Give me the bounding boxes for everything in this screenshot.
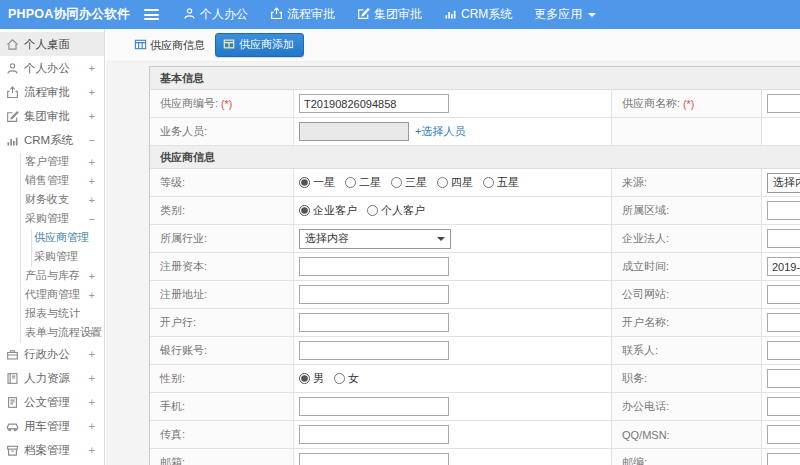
caret-down-icon (437, 237, 445, 241)
choose-staff-link[interactable]: +选择人员 (415, 124, 465, 139)
sidebar-item[interactable]: 行政办公+ (0, 342, 104, 366)
sidebar-item-label: 人力资源 (24, 371, 70, 386)
menu-label: CRM系统 (461, 6, 512, 23)
radio-option[interactable]: 一星 (299, 175, 335, 190)
sidebar-item[interactable]: 个人桌面 (0, 32, 104, 56)
sidebar-item[interactable]: 报表与统计 (0, 304, 104, 323)
form-row: 所属行业: 选择内容 企业法人: (150, 225, 800, 253)
staff-input[interactable] (299, 122, 409, 141)
sidebar-item[interactable]: 供应商管理 (0, 228, 104, 247)
menu-flow-approval[interactable]: 流程审批 (270, 6, 335, 23)
expand-icon: + (89, 420, 95, 432)
form-row: 性别: 男 女 职务: (150, 365, 800, 393)
field-label: 传真: (150, 421, 294, 448)
menu-crm-system[interactable]: CRM系统 (444, 6, 512, 23)
briefcase-icon (6, 348, 19, 361)
region-input[interactable] (767, 201, 800, 220)
top-menu: 个人办公 流程审批 集团审批 CRM系统 更多应用 (183, 6, 618, 23)
sidebar-item-label: 采购管理 (34, 249, 78, 264)
bank-input[interactable] (299, 313, 449, 332)
field-label: 所属行业: (150, 225, 294, 252)
form-row: 手机: 办公电话: (150, 393, 800, 421)
field-label: 企业法人: (612, 225, 762, 252)
hamburger-menu-icon[interactable] (144, 7, 159, 23)
menu-personal-office[interactable]: 个人办公 (183, 6, 248, 23)
sidebar-item[interactable]: 个人办公+ (0, 56, 104, 80)
sidebar-item[interactable]: 用车管理+ (0, 414, 104, 438)
zipcode-input[interactable] (767, 453, 800, 465)
source-select[interactable]: 选择内容 (767, 173, 800, 193)
registered-address-input[interactable] (299, 285, 449, 304)
sidebar-item-label: CRM系统 (24, 133, 73, 148)
website-input[interactable] (767, 285, 800, 304)
home-icon (6, 38, 19, 51)
sidebar-item-label: 个人桌面 (24, 37, 70, 52)
form-row: 注册地址: 公司网站: (150, 281, 800, 309)
tab-supplier-add[interactable]: 供应商添加 (215, 33, 304, 57)
founded-date-input[interactable] (767, 257, 800, 276)
radio-option[interactable]: 女 (334, 371, 359, 386)
field-label: 邮箱: (150, 449, 294, 465)
form-row: 传真: QQ/MSN: (150, 421, 800, 449)
radio-option[interactable]: 个人客户 (367, 203, 425, 218)
field-label: 所属区域: (612, 197, 762, 224)
book-icon (6, 372, 19, 385)
field-label: 类别: (150, 197, 294, 224)
radio-option[interactable]: 企业客户 (299, 203, 357, 218)
sidebar-item[interactable]: 财务收支+ (0, 190, 104, 209)
position-input[interactable] (767, 369, 800, 388)
sidebar-item[interactable]: 公文管理+ (0, 390, 104, 414)
menu-more-apps[interactable]: 更多应用 (534, 6, 596, 23)
field-label: 开户行: (150, 309, 294, 336)
sidebar-item[interactable]: 销售管理+ (0, 171, 104, 190)
sidebar-nav: 个人桌面个人办公+流程审批+集团审批+CRM系统−客户管理+销售管理+财务收支+… (0, 29, 105, 465)
tab-supplier-info[interactable]: 供应商信息 (134, 38, 205, 53)
sidebar-item[interactable]: CRM系统− (0, 128, 104, 152)
sidebar-item[interactable]: 人力资源+ (0, 366, 104, 390)
doc-icon (6, 396, 19, 409)
sidebar-item-label: 采购管理 (25, 211, 69, 226)
radio-option[interactable]: 二星 (345, 175, 381, 190)
sidebar-item-label: 供应商管理 (34, 230, 89, 245)
sidebar-item[interactable]: 档案管理+ (0, 438, 104, 462)
form-row: 注册资本: 成立时间: (150, 253, 800, 281)
expand-icon: + (89, 396, 95, 408)
menu-label: 流程审批 (287, 6, 335, 23)
sidebar-item[interactable]: 产品与库存+ (0, 266, 104, 285)
bank-account-input[interactable] (299, 341, 449, 360)
submenu-guide-line (20, 153, 21, 343)
radio-option[interactable]: 三星 (391, 175, 427, 190)
sidebar-item[interactable]: 表单与流程设置+ (0, 323, 104, 342)
field-label: 办公电话: (612, 393, 762, 420)
sidebar-item-label: 产品与库存 (25, 268, 80, 283)
menu-label: 个人办公 (200, 6, 248, 23)
sidebar-item[interactable]: 流程审批+ (0, 80, 104, 104)
sidebar-item-label: 用车管理 (24, 419, 70, 434)
menu-group-approval[interactable]: 集团审批 (357, 6, 422, 23)
supplier-name-input[interactable] (767, 94, 800, 113)
registered-capital-input[interactable] (299, 257, 449, 276)
office-phone-input[interactable] (767, 397, 800, 416)
contact-input[interactable] (767, 341, 800, 360)
field-label: QQ/MSN: (612, 421, 762, 448)
tab-label: 供应商添加 (239, 37, 294, 52)
required-mark: (*) (683, 98, 694, 110)
radio-option[interactable]: 四星 (437, 175, 473, 190)
sidebar-item[interactable]: 集团审批+ (0, 104, 104, 128)
email-input[interactable] (299, 453, 449, 465)
sidebar-item[interactable]: 采购管理− (0, 209, 104, 228)
sidebar-item[interactable]: 客户管理+ (0, 152, 104, 171)
radio-option[interactable]: 五星 (483, 175, 519, 190)
sidebar-item[interactable]: 采购管理 (0, 247, 104, 266)
industry-select[interactable]: 选择内容 (299, 229, 451, 249)
supplier-code-input[interactable] (299, 94, 449, 113)
account-name-input[interactable] (767, 313, 800, 332)
qq-msn-input[interactable] (767, 425, 800, 444)
radio-option[interactable]: 男 (299, 371, 324, 386)
sidebar-item[interactable]: 代理商管理+ (0, 285, 104, 304)
fax-input[interactable] (299, 425, 449, 444)
mobile-input[interactable] (299, 397, 449, 416)
legal-person-input[interactable] (767, 229, 800, 248)
expand-icon: + (89, 327, 95, 339)
sidebar-item-label: 流程审批 (24, 85, 70, 100)
